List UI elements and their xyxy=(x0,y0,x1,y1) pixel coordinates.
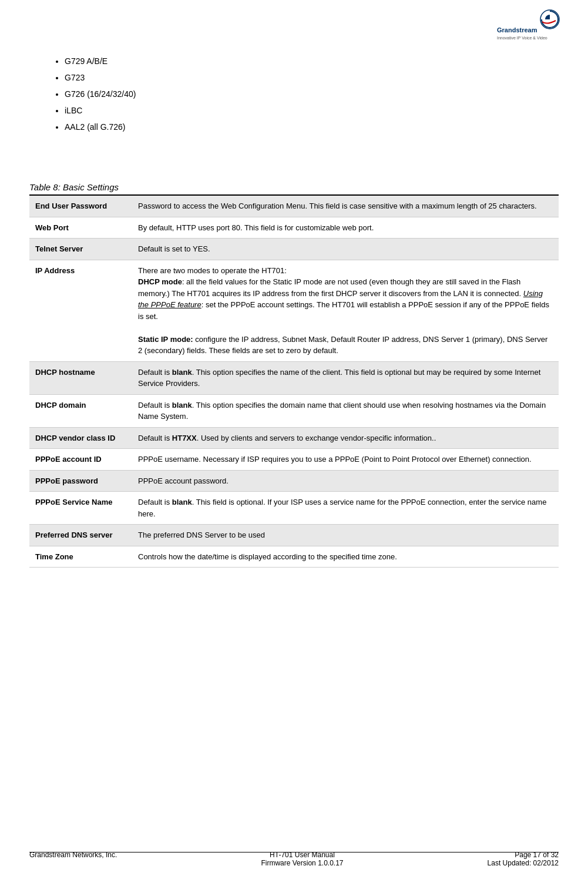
row-label: Preferred DNS server xyxy=(29,525,132,546)
footer-right: Page 17 of 32 Last Updated: 02/2012 xyxy=(488,851,559,867)
row-label: Web Port xyxy=(29,217,132,239)
static-ip-mode-label: Static IP mode: xyxy=(138,335,193,344)
bullet-item-2: G723 xyxy=(65,69,559,86)
table-row: Web Port By default, HTTP uses port 80. … xyxy=(29,217,559,239)
row-description: PPPoE username. Necessary if ISP require… xyxy=(132,449,559,471)
row-description: PPPoE account password. xyxy=(132,470,559,492)
footer-content: Grandstream Networks, Inc. HT-701 User M… xyxy=(0,851,588,867)
table-row: PPPoE password PPPoE account password. xyxy=(29,470,559,492)
table-row: Telnet Server Default is set to YES. xyxy=(29,239,559,260)
row-label: PPPoE password xyxy=(29,470,132,492)
row-description: Controls how the date/time is displayed … xyxy=(132,546,559,568)
footer-right-line1: Page 17 of 32 xyxy=(488,851,559,859)
bold-blank: blank xyxy=(172,498,192,506)
table-row: End User Password Password to access the… xyxy=(29,195,559,217)
table-row: DHCP domain Default is blank. This optio… xyxy=(29,394,559,427)
table-row-ip-address: IP Address There are two modes to operat… xyxy=(29,260,559,361)
logo-box: Grandstream Innovative IP Voice & Video xyxy=(494,9,570,41)
page-container: Grandstream Innovative IP Voice & Video … xyxy=(0,0,588,876)
bold-blank: blank xyxy=(172,368,192,377)
bullet-item-3: G726 (16/24/32/40) xyxy=(65,86,559,102)
footer-center-line1: HT-701 User Manual xyxy=(261,851,343,859)
bullet-list: G729 A/B/E G723 G726 (16/24/32/40) iLBC … xyxy=(65,53,559,135)
logo-area: Grandstream Innovative IP Voice & Video xyxy=(494,9,570,41)
row-description: Default is blank. This field is optional… xyxy=(132,492,559,525)
row-label: Time Zone xyxy=(29,546,132,568)
row-label: DHCP hostname xyxy=(29,361,132,394)
table-row: PPPoE Service Name Default is blank. Thi… xyxy=(29,492,559,525)
footer-left: Grandstream Networks, Inc. xyxy=(29,851,117,867)
table-row: DHCP hostname Default is blank. This opt… xyxy=(29,361,559,394)
footer-center: HT-701 User Manual Firmware Version 1.0.… xyxy=(261,851,343,867)
row-label: Telnet Server xyxy=(29,239,132,260)
bold-ht7xx: HT7XX xyxy=(172,434,197,442)
table-title: Table 8: Basic Settings xyxy=(29,182,559,192)
dhcp-mode-label: DHCP mode xyxy=(138,277,182,286)
svg-text:Innovative IP Voice & Video: Innovative IP Voice & Video xyxy=(497,36,547,40)
table-row: Time Zone Controls how the date/time is … xyxy=(29,546,559,568)
grandstream-logo: Grandstream Innovative IP Voice & Video xyxy=(494,9,570,41)
bullet-item-1: G729 A/B/E xyxy=(65,53,559,69)
svg-text:Grandstream: Grandstream xyxy=(497,26,537,33)
row-label: PPPoE Service Name xyxy=(29,492,132,525)
row-label: DHCP domain xyxy=(29,394,132,427)
footer-right-line2: Last Updated: 02/2012 xyxy=(488,859,559,867)
table-row: DHCP vendor class ID Default is HT7XX. U… xyxy=(29,427,559,449)
footer-center-line2: Firmware Version 1.0.0.17 xyxy=(261,859,343,867)
settings-table: End User Password Password to access the… xyxy=(29,194,559,568)
bullet-item-5: AAL2 (all G.726) xyxy=(65,119,559,135)
table-row: PPPoE account ID PPPoE username. Necessa… xyxy=(29,449,559,471)
row-description: Default is HT7XX. Used by clients and se… xyxy=(132,427,559,449)
row-description: Default is blank. This option specifies … xyxy=(132,361,559,394)
bullet-item-4: iLBC xyxy=(65,102,559,119)
spacer xyxy=(29,135,559,182)
row-description-ip-address: There are two modes to operate the HT701… xyxy=(132,260,559,361)
row-label: DHCP vendor class ID xyxy=(29,427,132,449)
pppoe-feature-link: Using the PPPoE feature xyxy=(138,289,543,310)
row-label: PPPoE account ID xyxy=(29,449,132,471)
row-label-ip-address: IP Address xyxy=(29,260,132,361)
bold-blank: blank xyxy=(172,401,192,410)
row-label: End User Password xyxy=(29,195,132,217)
row-description: Default is set to YES. xyxy=(132,239,559,260)
row-description: By default, HTTP uses port 80. This fiel… xyxy=(132,217,559,239)
row-description: Default is blank. This option specifies … xyxy=(132,394,559,427)
table-row: Preferred DNS server The preferred DNS S… xyxy=(29,525,559,546)
row-description: Password to access the Web Configuration… xyxy=(132,195,559,217)
row-description: The preferred DNS Server to be used xyxy=(132,525,559,546)
